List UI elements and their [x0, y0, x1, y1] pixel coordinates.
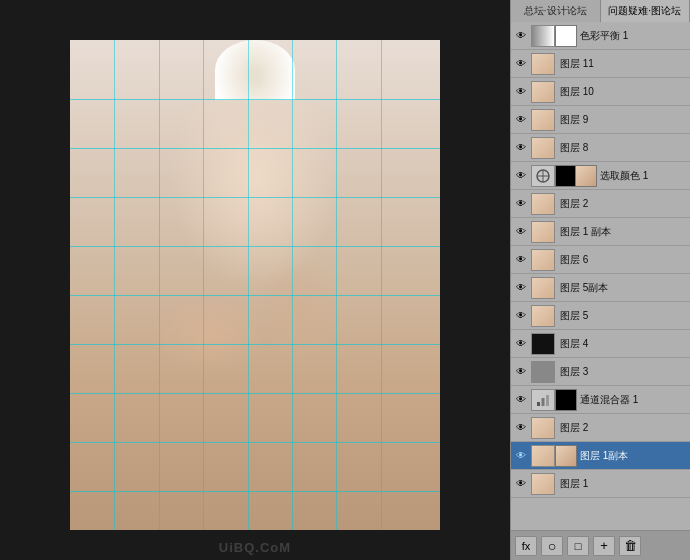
canvas-area: UiBQ.CoM — [0, 0, 510, 560]
layer-name: 图层 1副本 — [580, 449, 688, 463]
layer-thumbnail — [531, 473, 555, 495]
tab-forum2[interactable]: 问题疑难·图论坛 — [601, 0, 691, 22]
layers-panel: 总坛·设计论坛 问题疑难·图论坛 👁 色彩平衡 1 👁 图层 11 👁 图层 1… — [510, 0, 690, 560]
layer-thumbnail — [531, 137, 555, 159]
layer-name: 图层 4 — [560, 337, 688, 351]
face-simulation — [70, 40, 440, 530]
eye-icon[interactable]: 👁 — [513, 280, 529, 296]
svg-rect-5 — [546, 395, 549, 406]
layer-name: 图层 1 — [560, 477, 688, 491]
layer-thumbnail — [531, 249, 555, 271]
eye-icon[interactable]: 👁 — [513, 420, 529, 436]
eye-icon[interactable]: 👁 — [513, 140, 529, 156]
layer-8[interactable]: 👁 图层 8 — [511, 134, 690, 162]
eye-icon[interactable]: 👁 — [513, 308, 529, 324]
layer-thumbnail — [531, 277, 555, 299]
eye-icon[interactable]: 👁 — [513, 84, 529, 100]
eye-icon[interactable]: 👁 — [513, 168, 529, 184]
add-style-button[interactable]: fx — [515, 536, 537, 556]
layer-secondary-thumbnail — [555, 445, 577, 467]
layer-name: 图层 5 — [560, 309, 688, 323]
layer-thumbnail — [531, 445, 555, 467]
layer-10[interactable]: 👁 图层 10 — [511, 78, 690, 106]
layer-thumbnail — [531, 389, 555, 411]
svg-rect-4 — [542, 398, 545, 406]
layer-name: 图层 5副本 — [560, 281, 688, 295]
layer-name: 图层 9 — [560, 113, 688, 127]
layers-list[interactable]: 👁 色彩平衡 1 👁 图层 11 👁 图层 10 👁 图层 9 👁 图 — [511, 22, 690, 530]
layer-mask-thumbnail — [555, 165, 577, 187]
layer-3[interactable]: 👁 图层 3 — [511, 358, 690, 386]
layer-5[interactable]: 👁 图层 5 — [511, 302, 690, 330]
layer-thumbnail — [531, 109, 555, 131]
layer-thumbnail — [531, 417, 555, 439]
eye-icon[interactable]: 👁 — [513, 196, 529, 212]
layer-mask-thumbnail — [555, 389, 577, 411]
layer-6[interactable]: 👁 图层 6 — [511, 246, 690, 274]
new-layer-button[interactable]: + — [593, 536, 615, 556]
layer-color-balance[interactable]: 👁 色彩平衡 1 — [511, 22, 690, 50]
layers-panel-toolbar: fx ○ □ + 🗑 — [511, 530, 690, 560]
layer-thumbnail — [531, 81, 555, 103]
layer-name: 图层 8 — [560, 141, 688, 155]
svg-rect-3 — [537, 402, 540, 406]
layer-thumbnail — [531, 305, 555, 327]
eye-icon[interactable]: 👁 — [513, 392, 529, 408]
layer-name: 图层 6 — [560, 253, 688, 267]
eye-icon[interactable]: 👁 — [513, 112, 529, 128]
eye-icon[interactable]: 👁 — [513, 224, 529, 240]
layer-name: 图层 10 — [560, 85, 688, 99]
layer-thumbnail — [531, 193, 555, 215]
layer-preview-thumbnail — [575, 165, 597, 187]
layer-4[interactable]: 👁 图层 4 — [511, 330, 690, 358]
layer-2[interactable]: 👁 图层 2 — [511, 190, 690, 218]
layer-name: 色彩平衡 1 — [580, 29, 688, 43]
layer-name: 图层 2 — [560, 197, 688, 211]
panel-tabs: 总坛·设计论坛 问题疑难·图论坛 — [511, 0, 690, 22]
tab-forum1[interactable]: 总坛·设计论坛 — [511, 0, 601, 22]
layer-1-copy[interactable]: 👁 图层 1 副本 — [511, 218, 690, 246]
layer-1[interactable]: 👁 图层 1 — [511, 470, 690, 498]
layer-5-copy[interactable]: 👁 图层 5副本 — [511, 274, 690, 302]
add-mask-button[interactable]: ○ — [541, 536, 563, 556]
layer-mask-thumbnail — [555, 25, 577, 47]
eye-icon[interactable]: 👁 — [513, 364, 529, 380]
layer-channel-mixer[interactable]: 👁 通道混合器 1 — [511, 386, 690, 414]
eye-icon[interactable]: 👁 — [513, 56, 529, 72]
layer-name: 图层 2 — [560, 421, 688, 435]
layer-9[interactable]: 👁 图层 9 — [511, 106, 690, 134]
layer-thumbnail — [531, 333, 555, 355]
layer-thumbnail — [531, 53, 555, 75]
layer-name: 图层 1 副本 — [560, 225, 688, 239]
layer-selective-color[interactable]: 👁 选取颜色 1 — [511, 162, 690, 190]
layer-1-copy-selected[interactable]: 👁 图层 1副本 — [511, 442, 690, 470]
layer-thumbnail — [531, 361, 555, 383]
layer-name: 图层 3 — [560, 365, 688, 379]
delete-layer-button[interactable]: 🗑 — [619, 536, 641, 556]
layer-11[interactable]: 👁 图层 11 — [511, 50, 690, 78]
eye-icon[interactable]: 👁 — [513, 252, 529, 268]
layer-name: 通道混合器 1 — [580, 393, 688, 407]
eye-icon[interactable]: 👁 — [513, 28, 529, 44]
photo-background — [70, 40, 440, 530]
layer-thumbnail — [531, 25, 555, 47]
new-group-button[interactable]: □ — [567, 536, 589, 556]
eye-icon[interactable]: 👁 — [513, 448, 529, 464]
eye-icon[interactable]: 👁 — [513, 336, 529, 352]
photo-container — [70, 40, 440, 530]
layer-thumbnail — [531, 221, 555, 243]
layer-name: 图层 11 — [560, 57, 688, 71]
layer-2b[interactable]: 👁 图层 2 — [511, 414, 690, 442]
watermark: UiBQ.CoM — [219, 540, 291, 555]
hair-top — [215, 40, 295, 100]
eye-icon[interactable]: 👁 — [513, 476, 529, 492]
layer-thumbnail — [531, 165, 555, 187]
layer-name: 选取颜色 1 — [600, 169, 688, 183]
